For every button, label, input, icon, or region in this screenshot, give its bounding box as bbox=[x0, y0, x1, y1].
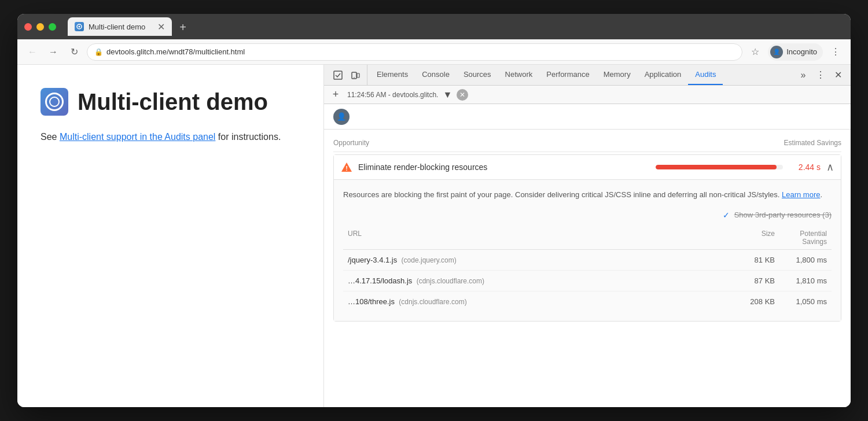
svg-point-5 bbox=[354, 77, 355, 78]
resource-url-sub: (code.jquery.com) bbox=[402, 256, 457, 264]
url-text: devtools.glitch.me/wndt78/multiclient.ht… bbox=[106, 47, 245, 56]
page-description: See Multi-client support in the Audits p… bbox=[41, 130, 300, 145]
toolbar-cancel-button[interactable]: ✕ bbox=[457, 89, 468, 101]
devtools-toolbar: + 11:24:56 AM - devtools.glitch. ▼ ✕ bbox=[324, 86, 851, 104]
devtools-icons bbox=[326, 65, 367, 85]
resource-size: 208 KB bbox=[729, 297, 775, 306]
toolbar-timestamp: 11:24:56 AM - devtools.glitch. bbox=[347, 91, 438, 99]
col-savings-header: Potential Savings bbox=[775, 230, 827, 246]
audit-item-header[interactable]: ! Eliminate render-blocking resources 2.… bbox=[334, 155, 841, 180]
title-bar: Multi-client demo ✕ + bbox=[17, 14, 851, 39]
back-icon: ← bbox=[28, 47, 37, 57]
table-header: URL Size Potential Savings bbox=[343, 226, 832, 250]
resource-url-col: …108/three.js (cdnjs.cloudflare.com) bbox=[348, 297, 729, 306]
resources-table: URL Size Potential Savings /jquery-3.4.1… bbox=[343, 226, 832, 312]
forward-icon: → bbox=[49, 47, 58, 57]
profile-name: Incognito bbox=[786, 47, 817, 56]
audits-url-icon: 👤 bbox=[333, 109, 350, 125]
resource-url-col: /jquery-3.4.1.js (code.jquery.com) bbox=[348, 256, 729, 264]
dropdown-arrow-icon: ▼ bbox=[443, 90, 452, 100]
back-button[interactable]: ← bbox=[24, 44, 41, 60]
devtools-tab-bar: Elements Console Sources Network Perform… bbox=[324, 65, 851, 86]
description-before: See bbox=[41, 132, 60, 142]
more-options-icon[interactable]: ⋮ bbox=[827, 44, 844, 60]
opportunity-label: Opportunity bbox=[333, 139, 369, 147]
tab-application[interactable]: Application bbox=[638, 65, 689, 85]
more-tabs-icon[interactable]: » bbox=[795, 67, 811, 83]
resource-url-col: …4.17.15/lodash.js (cdnjs.cloudflare.com… bbox=[348, 276, 729, 285]
tab-favicon bbox=[75, 22, 84, 31]
table-row: …108/three.js (cdnjs.cloudflare.com) 208… bbox=[343, 291, 832, 312]
col-url-header: URL bbox=[348, 230, 729, 246]
tab-network[interactable]: Network bbox=[498, 65, 540, 85]
audit-desc-text: Resources are blocking the first paint o… bbox=[343, 190, 779, 199]
page-header: Multi-client demo bbox=[41, 88, 300, 116]
table-row: …4.17.15/lodash.js (cdnjs.cloudflare.com… bbox=[343, 271, 832, 291]
tab-bar: Multi-client demo ✕ + bbox=[68, 17, 844, 36]
url-avatar-icon: 👤 bbox=[337, 112, 346, 121]
audit-progress-fill bbox=[656, 165, 777, 169]
browser-window: Multi-client demo ✕ + ← → ↻ 🔒 devtools.g… bbox=[17, 14, 851, 407]
webpage: Multi-client demo See Multi-client suppo… bbox=[17, 65, 324, 407]
devtools-close-icon[interactable]: ✕ bbox=[830, 67, 846, 83]
audits-url-bar: 👤 bbox=[324, 104, 851, 130]
address-bar: ← → ↻ 🔒 devtools.glitch.me/wndt78/multic… bbox=[17, 39, 851, 65]
page-title: Multi-client demo bbox=[78, 89, 268, 115]
tab-sources[interactable]: Sources bbox=[457, 65, 498, 85]
toolbar-dropdown[interactable]: ▼ bbox=[443, 90, 452, 100]
inspector-icon[interactable] bbox=[330, 67, 346, 83]
logo-icon bbox=[45, 93, 64, 111]
tab-audits[interactable]: Audits bbox=[688, 65, 723, 85]
third-party-checkbox[interactable]: ✓ Show 3rd-party resources (3) bbox=[723, 211, 832, 219]
devtools-panel: Elements Console Sources Network Perform… bbox=[324, 65, 851, 407]
tab-title: Multi-client demo bbox=[89, 23, 153, 31]
devtools-tabs-list: Elements Console Sources Network Perform… bbox=[367, 65, 793, 85]
bookmark-icon[interactable]: ☆ bbox=[747, 44, 763, 60]
profile-button[interactable]: 👤 Incognito bbox=[768, 43, 823, 61]
table-row: /jquery-3.4.1.js (code.jquery.com) 81 KB… bbox=[343, 250, 832, 271]
audit-description: Resources are blocking the first paint o… bbox=[343, 189, 832, 201]
avatar: 👤 bbox=[770, 46, 783, 58]
tab-memory[interactable]: Memory bbox=[597, 65, 638, 85]
resource-savings: 1,050 ms bbox=[775, 297, 827, 306]
reload-button[interactable]: ↻ bbox=[66, 44, 82, 60]
tab-elements[interactable]: Elements bbox=[370, 65, 415, 85]
svg-text:!: ! bbox=[345, 165, 348, 172]
svg-rect-2 bbox=[334, 71, 342, 79]
devtools-more-icon[interactable]: ⋮ bbox=[812, 67, 829, 83]
resource-size: 87 KB bbox=[729, 276, 775, 285]
toolbar-add-button[interactable]: + bbox=[329, 88, 343, 102]
audit-savings: 2.44 s bbox=[789, 163, 821, 172]
minimize-button[interactable] bbox=[36, 23, 44, 31]
close-button[interactable] bbox=[24, 23, 32, 31]
learn-more-link[interactable]: Learn more bbox=[782, 190, 820, 199]
checkbox-icon: ✓ bbox=[723, 211, 731, 219]
opportunity-header: Opportunity Estimated Savings bbox=[333, 136, 841, 152]
estimated-savings-label: Estimated Savings bbox=[784, 139, 841, 147]
maximize-button[interactable] bbox=[49, 23, 56, 31]
traffic-lights bbox=[24, 23, 56, 31]
device-toggle-icon[interactable] bbox=[347, 67, 363, 83]
forward-button[interactable]: → bbox=[45, 44, 61, 60]
audit-progress-bar bbox=[656, 165, 783, 169]
main-area: Multi-client demo See Multi-client suppo… bbox=[17, 65, 851, 407]
avatar-icon: 👤 bbox=[773, 49, 780, 55]
svg-rect-4 bbox=[357, 73, 359, 77]
description-after: for instructions. bbox=[215, 132, 281, 142]
resource-savings: 1,810 ms bbox=[775, 276, 827, 285]
warning-icon: ! bbox=[341, 161, 352, 173]
address-input[interactable]: 🔒 devtools.glitch.me/wndt78/multiclient.… bbox=[87, 43, 742, 61]
tab-close-icon[interactable]: ✕ bbox=[157, 21, 165, 32]
svg-point-1 bbox=[79, 26, 80, 28]
tab-console[interactable]: Console bbox=[415, 65, 457, 85]
audit-item-title: Eliminate render-blocking resources bbox=[358, 163, 650, 172]
active-tab[interactable]: Multi-client demo ✕ bbox=[68, 17, 172, 36]
new-tab-button[interactable]: + bbox=[174, 19, 192, 36]
audit-item: ! Eliminate render-blocking resources 2.… bbox=[333, 154, 841, 322]
address-right: ☆ 👤 Incognito ⋮ bbox=[747, 43, 844, 61]
tab-performance[interactable]: Performance bbox=[539, 65, 596, 85]
audits-panel-link[interactable]: Multi-client support in the Audits panel bbox=[60, 132, 215, 142]
audits-content: Opportunity Estimated Savings ! Eliminat… bbox=[324, 130, 851, 407]
col-size-header: Size bbox=[729, 230, 775, 246]
audit-chevron-icon[interactable]: ∧ bbox=[826, 161, 834, 173]
